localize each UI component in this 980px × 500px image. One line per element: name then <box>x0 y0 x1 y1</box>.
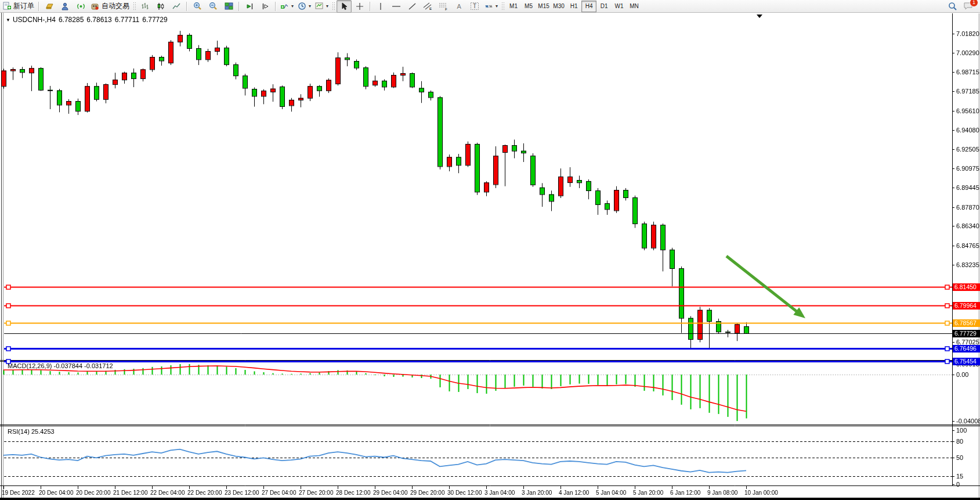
zoom-in-icon <box>193 2 202 10</box>
toolbar-grip <box>332 2 335 11</box>
crosshair-icon <box>356 2 364 10</box>
high-value: 6.78613 <box>86 16 111 24</box>
auto-trading-button[interactable]: 自动交易 <box>89 0 131 13</box>
indicators-dropdown-caret[interactable]: ▾ <box>291 3 294 9</box>
toolbar-grip <box>133 2 136 11</box>
vertical-line-tool-button[interactable] <box>373 0 388 13</box>
chart-shift-button[interactable] <box>258 0 273 13</box>
timeframe-H4[interactable]: H4 <box>581 1 596 12</box>
template-chart-icon <box>315 2 324 10</box>
gold-block-icon <box>45 2 54 10</box>
text-tool-button[interactable]: A <box>451 0 467 13</box>
zoom-out-icon <box>209 2 218 10</box>
channel-letter: E <box>429 7 432 10</box>
candlestick-chart-button[interactable] <box>153 0 168 13</box>
templates-dropdown-caret[interactable]: ▾ <box>326 3 328 9</box>
text-tool-icon: A <box>457 3 461 10</box>
bar-chart-button[interactable] <box>138 0 153 13</box>
chat-button[interactable]: 1 <box>960 0 975 13</box>
label-tool-button[interactable]: T <box>467 0 482 13</box>
trendline-icon <box>408 2 417 10</box>
timeframe-MN[interactable]: MN <box>627 1 642 12</box>
symbol-name: USDCNH-,H4 <box>13 16 56 24</box>
signal-icon <box>77 2 85 10</box>
chevron-down-icon: ▼ <box>6 17 10 23</box>
text-label-icon: T <box>470 2 479 10</box>
market-watch-button[interactable] <box>42 0 57 13</box>
tile-windows-icon <box>225 2 233 10</box>
timeframe-M30[interactable]: M30 <box>551 1 566 12</box>
search-icon <box>948 2 957 11</box>
channel-tool-button[interactable]: E <box>420 0 435 13</box>
timeframe-W1[interactable]: W1 <box>612 1 627 12</box>
fibonacci-icon: F <box>439 2 449 10</box>
toolbar-separator <box>370 2 371 11</box>
macd-indicator-label: MACD(12,26,9) -0.037844 -0.031712 <box>8 362 113 369</box>
timeframe-D1[interactable]: D1 <box>596 1 612 12</box>
toolbar-separator <box>275 2 276 11</box>
equidistant-channel-icon: E <box>423 2 433 10</box>
chart-canvas[interactable] <box>0 0 980 500</box>
main-toolbar: 新订单 自动交易 <box>0 0 980 13</box>
zoom-out-button[interactable] <box>205 0 220 13</box>
price-line-label[interactable]: 6.78567 <box>953 319 980 327</box>
toolbar-separator <box>38 2 39 11</box>
indicators-icon <box>280 2 289 10</box>
timeframe-group: M1M5M15M30H1H4D1W1MN <box>506 1 642 12</box>
price-line-label[interactable]: 6.79964 <box>953 302 980 310</box>
auto-scroll-button[interactable] <box>242 0 257 13</box>
label-letter: T <box>473 3 476 9</box>
low-value: 6.77711 <box>115 16 140 24</box>
bar-chart-icon <box>141 2 149 10</box>
crosshair-tool-button[interactable] <box>352 0 367 13</box>
arrows-tool-button[interactable]: ▾ <box>483 0 500 13</box>
fibo-letter: F <box>445 8 447 11</box>
price-line-label[interactable]: 6.77729 <box>953 330 980 337</box>
timeframe-M1[interactable]: M1 <box>506 1 521 12</box>
zoom-in-button[interactable] <box>190 0 205 13</box>
application-window: 新订单 自动交易 <box>0 0 980 500</box>
open-value: 6.78285 <box>59 16 84 24</box>
auto-scroll-icon <box>245 2 254 10</box>
timeframe-H1[interactable]: H1 <box>566 1 581 12</box>
toolbar-separator <box>238 2 240 11</box>
new-order-button[interactable]: 新订单 <box>1 0 36 13</box>
toolbar-grip <box>501 2 504 11</box>
navigator-button[interactable] <box>57 0 73 13</box>
arrows-shapes-icon <box>484 2 493 10</box>
fibonacci-tool-button[interactable]: F <box>436 0 451 13</box>
price-line-label[interactable]: 6.81450 <box>953 283 980 291</box>
notification-badge: 1 <box>970 0 978 7</box>
close-value: 6.77729 <box>142 16 167 24</box>
line-chart-icon <box>172 2 181 10</box>
price-line-label[interactable]: 6.75454 <box>953 358 980 365</box>
new-order-icon <box>3 2 12 10</box>
price-line-label[interactable]: 6.76496 <box>953 345 980 352</box>
auto-trading-robot-icon <box>91 2 100 10</box>
chart-shift-icon <box>261 2 270 10</box>
search-button[interactable] <box>945 0 960 13</box>
toolbar-separator <box>186 2 187 11</box>
cursor-arrow-icon <box>341 2 348 10</box>
clock-icon <box>298 2 306 10</box>
line-chart-button[interactable] <box>169 0 184 13</box>
rsi-indicator-label: RSI(14) 25.4253 <box>8 428 55 435</box>
timeframe-M5[interactable]: M5 <box>521 1 536 12</box>
arrows-dropdown-caret[interactable]: ▾ <box>496 3 498 9</box>
horizontal-line-icon <box>392 2 401 10</box>
new-order-label: 新订单 <box>13 1 34 11</box>
tile-windows-button[interactable] <box>221 0 236 13</box>
horizontal-line-tool-button[interactable] <box>389 0 404 13</box>
periods-dropdown-caret[interactable]: ▾ <box>309 3 311 9</box>
chart-symbol-title[interactable]: ▼USDCNH-,H46.782856.786136.777116.77729 <box>6 16 171 24</box>
templates-button[interactable]: ▾ <box>313 0 330 13</box>
signals-button[interactable] <box>73 0 88 13</box>
navigator-person-icon <box>61 2 70 10</box>
indicators-button[interactable]: ▾ <box>279 0 295 13</box>
candlestick-chart-icon <box>157 2 165 10</box>
auto-trading-label: 自动交易 <box>102 1 129 11</box>
cursor-tool-button[interactable] <box>337 0 352 13</box>
timeframe-M15[interactable]: M15 <box>536 1 551 12</box>
trendline-tool-button[interactable] <box>404 0 420 13</box>
periods-button[interactable]: ▾ <box>296 0 313 13</box>
